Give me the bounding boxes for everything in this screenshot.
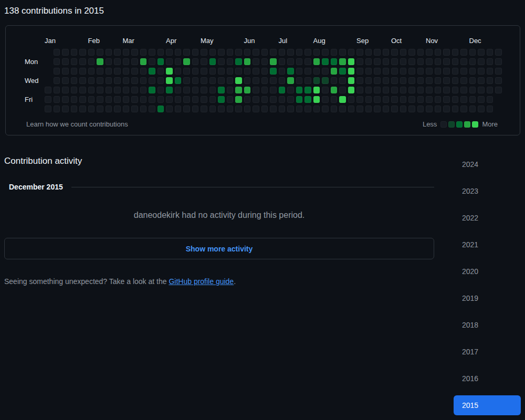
contribution-cell[interactable] [114, 96, 121, 103]
contribution-cell[interactable] [279, 49, 286, 56]
contribution-cell[interactable] [452, 49, 459, 56]
contribution-cell[interactable] [183, 77, 190, 84]
contribution-cell[interactable] [201, 96, 207, 103]
contribution-cell[interactable] [175, 77, 182, 84]
contribution-cell[interactable] [478, 58, 485, 65]
contribution-cell[interactable] [253, 68, 259, 75]
contribution-cell[interactable] [287, 77, 294, 84]
contribution-cell[interactable] [140, 96, 147, 103]
contribution-cell[interactable] [374, 49, 381, 56]
contribution-cell[interactable] [175, 68, 182, 75]
contribution-cell[interactable] [322, 96, 329, 103]
contribution-cell[interactable] [114, 58, 121, 65]
contribution-cell[interactable] [244, 77, 251, 84]
contribution-cell[interactable] [54, 58, 60, 65]
contribution-cell[interactable] [114, 49, 121, 56]
contribution-cell[interactable] [331, 96, 338, 103]
contribution-cell[interactable] [158, 96, 164, 103]
contribution-cell[interactable] [270, 96, 277, 103]
contribution-cell[interactable] [435, 106, 442, 112]
contribution-cell[interactable] [235, 68, 242, 75]
contribution-cell[interactable] [270, 106, 277, 112]
contribution-cell[interactable] [487, 77, 494, 84]
contribution-cell[interactable] [400, 49, 407, 56]
contribution-cell[interactable] [97, 106, 103, 112]
contribution-cell[interactable] [149, 106, 155, 112]
contribution-cell[interactable] [287, 68, 294, 75]
contribution-cell[interactable] [296, 106, 303, 112]
year-link-2016[interactable]: 2016 [454, 369, 521, 388]
contribution-cell[interactable] [209, 96, 216, 103]
contribution-cell[interactable] [106, 96, 112, 103]
contribution-cell[interactable] [114, 106, 121, 112]
contribution-cell[interactable] [183, 96, 190, 103]
contribution-cell[interactable] [313, 106, 320, 112]
contribution-cell[interactable] [460, 49, 467, 56]
contribution-cell[interactable] [304, 96, 311, 103]
contribution-cell[interactable] [478, 77, 485, 84]
contribution-cell[interactable] [304, 106, 311, 112]
contribution-cell[interactable] [183, 106, 190, 112]
contribution-cell[interactable] [469, 106, 476, 112]
contribution-cell[interactable] [253, 58, 259, 65]
contribution-cell[interactable] [304, 87, 311, 93]
contribution-cell[interactable] [140, 77, 147, 84]
contribution-cell[interactable] [426, 87, 433, 93]
contribution-cell[interactable] [261, 58, 268, 65]
contribution-cell[interactable] [270, 87, 277, 93]
contribution-cell[interactable] [175, 49, 182, 56]
contribution-cell[interactable] [383, 96, 390, 103]
contribution-cell[interactable] [166, 96, 173, 103]
contribution-cell[interactable] [279, 87, 286, 93]
contribution-cell[interactable] [469, 49, 476, 56]
contribution-cell[interactable] [408, 87, 415, 93]
contribution-cell[interactable] [348, 96, 355, 103]
contribution-cell[interactable] [304, 58, 311, 65]
contribution-cell[interactable] [408, 58, 415, 65]
contribution-cell[interactable] [435, 49, 442, 56]
contribution-cell[interactable] [383, 58, 390, 65]
contribution-cell[interactable] [166, 87, 173, 93]
contribution-cell[interactable] [62, 77, 69, 84]
contribution-cell[interactable] [192, 87, 199, 93]
contribution-cell[interactable] [149, 58, 155, 65]
contribution-cell[interactable] [400, 87, 407, 93]
contribution-cell[interactable] [400, 68, 407, 75]
contribution-cell[interactable] [460, 96, 467, 103]
contribution-cell[interactable] [149, 96, 155, 103]
contribution-cell[interactable] [131, 96, 138, 103]
contribution-cell[interactable] [435, 58, 442, 65]
contribution-cell[interactable] [45, 96, 51, 103]
contribution-cell[interactable] [62, 96, 69, 103]
contribution-cell[interactable] [54, 49, 60, 56]
contribution-cell[interactable] [348, 77, 355, 84]
contribution-cell[interactable] [97, 77, 103, 84]
contribution-cell[interactable] [408, 68, 415, 75]
contribution-cell[interactable] [227, 87, 234, 93]
contribution-cell[interactable] [435, 87, 442, 93]
contribution-cell[interactable] [469, 68, 476, 75]
contribution-cell[interactable] [209, 58, 216, 65]
contribution-cell[interactable] [426, 58, 433, 65]
contribution-cell[interactable] [158, 106, 164, 112]
contribution-cell[interactable] [331, 68, 338, 75]
contribution-cell[interactable] [261, 106, 268, 112]
contribution-cell[interactable] [123, 106, 130, 112]
contribution-cell[interactable] [54, 106, 60, 112]
contribution-cell[interactable] [495, 77, 502, 84]
contribution-cell[interactable] [62, 49, 69, 56]
contribution-cell[interactable] [487, 68, 494, 75]
contribution-cell[interactable] [175, 96, 182, 103]
contribution-cell[interactable] [158, 68, 164, 75]
contribution-cell[interactable] [356, 96, 363, 103]
contribution-cell[interactable] [374, 106, 381, 112]
contribution-cell[interactable] [460, 77, 467, 84]
contribution-cell[interactable] [45, 106, 51, 112]
contribution-cell[interactable] [71, 77, 78, 84]
contribution-cell[interactable] [140, 87, 147, 93]
contribution-cell[interactable] [452, 106, 459, 112]
contribution-cell[interactable] [400, 96, 407, 103]
contribution-cell[interactable] [158, 87, 164, 93]
contribution-cell[interactable] [287, 87, 294, 93]
contribution-cell[interactable] [244, 106, 251, 112]
